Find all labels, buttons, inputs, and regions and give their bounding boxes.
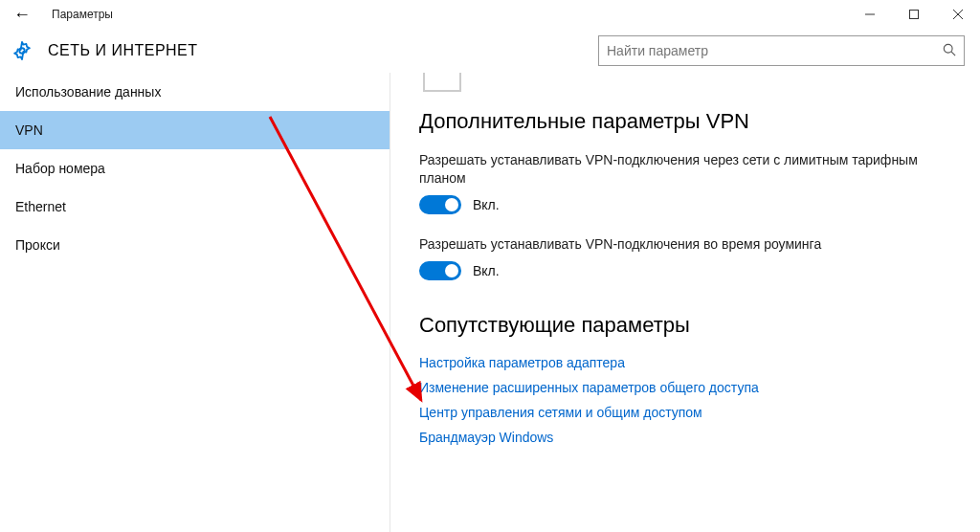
sidebar-item-dialup[interactable]: Набор номера	[0, 149, 390, 188]
window-title: Параметры	[52, 8, 113, 21]
body: Использование данных VPN Набор номера Et…	[0, 73, 980, 532]
setting-metered: Разрешать устанавливать VPN-подключения …	[419, 151, 959, 214]
sidebar-item-proxy[interactable]: Прокси	[0, 226, 390, 264]
titlebar: ← Параметры	[0, 0, 980, 29]
svg-point-5	[944, 44, 952, 53]
related-title: Сопутствующие параметры	[419, 313, 959, 338]
link-network-center[interactable]: Центр управления сетями и общим доступом	[419, 405, 959, 420]
setting-roaming-toggle-row: Вкл.	[419, 261, 959, 280]
search-box[interactable]	[598, 35, 965, 66]
search-icon	[935, 43, 956, 59]
link-advanced-sharing[interactable]: Изменение расширенных параметров общего …	[419, 380, 959, 395]
setting-metered-desc: Разрешать устанавливать VPN-подключения …	[419, 151, 959, 188]
close-button[interactable]	[936, 0, 980, 29]
sidebar-item-vpn[interactable]: VPN	[0, 111, 390, 149]
add-vpn-truncated[interactable]	[423, 73, 461, 92]
setting-metered-toggle-row: Вкл.	[419, 195, 959, 214]
sidebar-item-data-usage[interactable]: Использование данных	[0, 73, 390, 111]
link-firewall[interactable]: Брандмауэр Windows	[419, 430, 959, 445]
setting-metered-state: Вкл.	[473, 197, 500, 212]
related-section: Сопутствующие параметры Настройка параме…	[419, 313, 959, 445]
back-button[interactable]: ←	[10, 6, 34, 23]
gear-icon	[11, 40, 33, 61]
page-title: СЕТЬ И ИНТЕРНЕТ	[48, 42, 198, 59]
window-controls	[848, 0, 980, 29]
titlebar-left: ← Параметры	[10, 6, 113, 23]
svg-line-6	[951, 52, 955, 55]
setting-roaming-desc: Разрешать устанавливать VPN-подключения …	[419, 235, 959, 254]
setting-roaming-toggle[interactable]	[419, 261, 461, 280]
content: Дополнительные параметры VPN Разрешать у…	[390, 73, 980, 532]
setting-metered-toggle[interactable]	[419, 195, 461, 214]
header-left: СЕТЬ И ИНТЕРНЕТ	[11, 40, 198, 61]
minimize-button[interactable]	[848, 0, 892, 29]
link-adapter-settings[interactable]: Настройка параметров адаптера	[419, 355, 959, 370]
svg-rect-1	[910, 11, 919, 19]
search-input[interactable]	[607, 43, 935, 58]
setting-roaming: Разрешать устанавливать VPN-подключения …	[419, 235, 959, 280]
setting-roaming-state: Вкл.	[473, 263, 500, 278]
sidebar-item-ethernet[interactable]: Ethernet	[0, 188, 390, 226]
advanced-vpn-title: Дополнительные параметры VPN	[419, 109, 959, 134]
maximize-button[interactable]	[892, 0, 936, 29]
sidebar: Использование данных VPN Набор номера Et…	[0, 73, 390, 532]
header: СЕТЬ И ИНТЕРНЕТ	[0, 29, 980, 73]
